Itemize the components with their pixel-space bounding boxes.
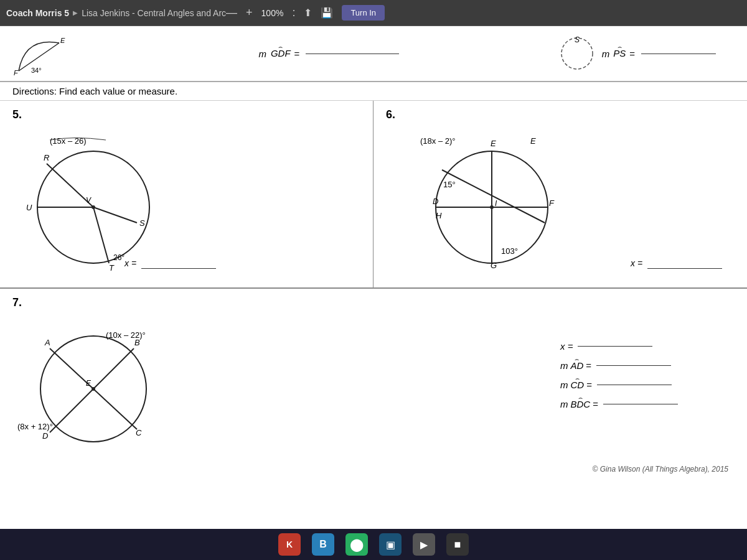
- svg-line-9: [93, 207, 137, 223]
- zoom-level: 100%: [261, 8, 284, 18]
- coach-name: Coach Morris 5: [6, 8, 69, 18]
- worksheet: F 34° E m ⌢ GDF = S: [0, 26, 747, 529]
- taskbar: K B ⬤ ▣ ▶ ■: [0, 529, 747, 560]
- mps-equals: =: [629, 49, 635, 59]
- p6-x-label: x =: [631, 258, 645, 268]
- mps-label: m: [602, 49, 610, 59]
- problems-grid: 5. R U V S T: [0, 101, 747, 289]
- copyright-text: © Gina Wilson (All Things Algebra), 2015: [593, 465, 728, 474]
- taskbar-k-label: K: [286, 539, 293, 549]
- svg-text:F: F: [549, 198, 555, 208]
- problem-7-section: 7. A B E C D (10x – 22)°: [0, 289, 747, 461]
- footer: © Gina Wilson (All Things Algebra), 2015: [0, 461, 747, 477]
- svg-text:F: F: [14, 69, 19, 77]
- problem-7-right: x = m ⌢ AD = m ⌢ CD =: [560, 296, 735, 454]
- p5-answer-line[interactable]: [141, 268, 216, 269]
- svg-text:15°: 15°: [443, 180, 456, 189]
- problem-6-cell: 6. E D H F I G 1: [374, 101, 747, 287]
- taskbar-icon-play[interactable]: ▶: [413, 533, 435, 556]
- problem-6-answer: x =: [631, 258, 722, 269]
- p6-answer-line[interactable]: [647, 268, 722, 269]
- turn-in-button[interactable]: Turn In: [342, 5, 385, 21]
- p7-mbdc-row: m ⌢ BDC =: [560, 399, 710, 409]
- mps-answer[interactable]: [641, 54, 716, 54]
- save-icon[interactable]: 💾: [321, 7, 333, 19]
- svg-text:C: C: [136, 428, 142, 437]
- p7-mbdc-m: m: [560, 399, 568, 409]
- svg-text:T: T: [109, 263, 115, 273]
- problem-5-number: 5.: [12, 108, 360, 121]
- p7-mbdc-answer[interactable]: [603, 404, 678, 404]
- problem-5-answer: x =: [125, 258, 216, 269]
- top-circle-diagram: F 34° E: [12, 30, 68, 77]
- p7-mad-row: m ⌢ AD =: [560, 360, 710, 371]
- p7-mbdc-eq: =: [593, 399, 598, 409]
- taskbar-icon-b[interactable]: B: [312, 533, 334, 556]
- p7-mad-eq: =: [586, 360, 591, 371]
- svg-text:H: H: [436, 211, 442, 220]
- svg-text:G: G: [491, 261, 497, 270]
- problem-7-number: 7.: [12, 296, 560, 309]
- arc-gdf: ⌢ GDF: [271, 48, 291, 59]
- taskbar-icon-screen[interactable]: ▣: [379, 533, 402, 556]
- top-bar: Coach Morris 5 ▶ Lisa Jenkins - Central …: [0, 0, 747, 26]
- minus-btn[interactable]: —: [226, 6, 237, 19]
- svg-text:34°: 34°: [31, 67, 42, 74]
- directions-section: Directions: Find each value or measure.: [0, 82, 747, 101]
- svg-text:S: S: [575, 35, 580, 44]
- problem-7-left: 7. A B E C D (10x – 22)°: [12, 296, 560, 454]
- formula-section: F 34° E m ⌢ GDF = S: [0, 26, 747, 82]
- p7-mad-answer[interactable]: [596, 365, 671, 366]
- arc-ps: ⌢ PS: [613, 48, 626, 59]
- s-circle-hint: S: [552, 35, 602, 72]
- mgdf-formula: m ⌢ GDF =: [68, 48, 552, 59]
- p7-x-answer[interactable]: [578, 346, 652, 347]
- p7-x-row: x =: [560, 341, 710, 352]
- p5-x-label: x =: [125, 258, 139, 268]
- doc-title: Lisa Jenkins - Central Angles and Arc: [82, 8, 226, 18]
- taskbar-icon-chrome[interactable]: ⬤: [345, 533, 368, 556]
- svg-text:A: A: [44, 338, 50, 347]
- top-bar-right: — + 100% : ⬆ 💾 Turn In: [226, 5, 385, 21]
- p7-mad-m: m: [560, 360, 568, 371]
- problem-6-diagram: E D H F I G 15° 103° (18x – 2)° E: [386, 126, 598, 276]
- chrome-icon: ⬤: [350, 537, 364, 552]
- svg-text:S: S: [139, 218, 145, 228]
- svg-text:V: V: [86, 196, 92, 205]
- problem-7-diagram: A B E C D (10x – 22)° (8x + 12)°: [12, 314, 199, 451]
- svg-text:103°: 103°: [501, 246, 518, 256]
- taskbar-icon-k[interactable]: K: [278, 533, 301, 556]
- mgdf-label: m: [258, 49, 267, 59]
- svg-line-36: [50, 348, 134, 432]
- p7-mcd-answer[interactable]: [597, 385, 672, 385]
- svg-text:(18x – 2)°: (18x – 2)°: [420, 136, 456, 146]
- share-icon[interactable]: ⬆: [304, 7, 312, 19]
- directions-text: Directions: Find each value or measure.: [12, 86, 177, 96]
- plus-btn[interactable]: +: [246, 6, 253, 19]
- svg-text:(10x – 22)°: (10x – 22)°: [106, 330, 146, 340]
- svg-line-10: [93, 207, 109, 263]
- colon-menu[interactable]: :: [292, 6, 295, 19]
- svg-text:D: D: [433, 197, 438, 206]
- svg-text:R: R: [44, 153, 49, 162]
- svg-line-22: [442, 170, 545, 223]
- svg-text:D: D: [42, 431, 48, 441]
- svg-text:E: E: [530, 136, 536, 146]
- svg-text:(8x + 12)°: (8x + 12)°: [17, 422, 53, 431]
- svg-text:E: E: [491, 139, 496, 148]
- p7-mcd-row: m ⌢ CD =: [560, 380, 710, 390]
- mgdf-answer[interactable]: [306, 54, 399, 54]
- svg-text:U: U: [26, 203, 32, 212]
- mps-formula: m ⌢ PS =: [602, 48, 735, 59]
- svg-text:26°: 26°: [113, 253, 125, 262]
- nav-arrow[interactable]: ▶: [73, 9, 78, 16]
- svg-text:E: E: [60, 37, 65, 44]
- p7-x-label: x =: [560, 341, 573, 352]
- p7-mcd-m: m: [560, 380, 568, 390]
- svg-text:E: E: [86, 379, 92, 388]
- svg-text:I: I: [495, 199, 497, 208]
- taskbar-icon-stop[interactable]: ■: [446, 533, 469, 556]
- arc-cd: ⌢ CD: [571, 380, 585, 390]
- taskbar-b-label: B: [319, 539, 327, 550]
- screen-icon: ▣: [386, 539, 395, 551]
